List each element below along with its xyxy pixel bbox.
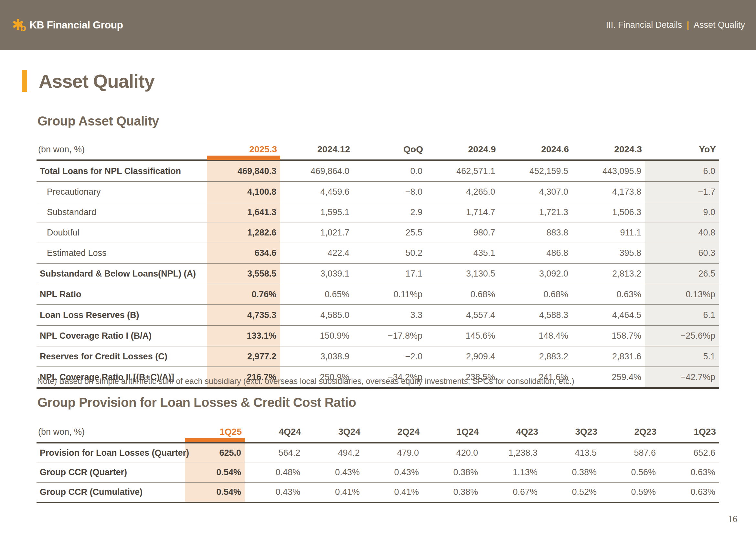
cell-value: 0.52% [541,482,601,503]
table-row: Group CCR (Cumulative)0.54%0.43%0.41%0.4… [37,482,719,503]
cell-value: 452,159.5 [499,160,572,182]
logo-text: KB Financial Group [29,19,123,31]
cell-value: 0.56% [601,463,660,483]
cell-value: 0.11%p [353,284,426,305]
cell-value: 0.38% [423,482,482,503]
cell-value: 0.63% [572,284,645,305]
cell-value: −8.0 [353,182,426,202]
column-header-2024.3: 2024.3 [572,141,645,160]
cell-value: 50.2 [353,243,426,264]
footnote: Note) Based on simple arithmetic sum of … [37,377,574,386]
cell-value: 625.0 [185,443,245,463]
cell-value: 2,813.2 [572,263,645,284]
cell-value: 4,173.8 [572,182,645,202]
cell-value: 259.4% [572,367,645,388]
cell-value: 0.54% [185,463,245,483]
cell-value: 479.0 [364,443,423,463]
cell-value: 462,571.1 [426,160,499,182]
cell-value: 0.48% [245,463,304,483]
cell-value: 3,038.9 [280,346,353,367]
breadcrumb-section: III. Financial Details [606,20,682,30]
cell-value: −1.7 [645,182,719,202]
cell-value: 60.3 [645,243,719,264]
column-header-yoy: YoY [645,141,719,160]
table-row: Precautionary4,100.84,459.6−8.04,265.04,… [37,182,719,202]
cell-value: 2,977.2 [207,346,280,367]
row-label: Group CCR (Cumulative) [37,482,185,503]
column-header-1q23: 1Q23 [660,424,719,443]
column-header-3q24: 3Q24 [304,424,364,443]
cell-value: 2,909.4 [426,346,499,367]
row-label: Provision for Loan Losses (Quarter) [37,443,185,463]
cell-value: 2.9 [353,202,426,223]
cell-value: 6.0 [645,160,719,182]
unit-label: (bn won, %) [37,424,185,443]
title-block: Asset Quality [22,70,154,92]
table-row: Doubtful1,282.61,021.725.5980.7883.8911.… [37,223,719,243]
cell-value: 1,021.7 [280,223,353,243]
column-header-row: (bn won, %)2025.32024.12QoQ2024.92024.62… [37,141,719,160]
column-header-3q23: 3Q23 [541,424,601,443]
page-title: Asset Quality [39,70,154,92]
cell-value: 587.6 [601,443,660,463]
cell-value: 4,735.3 [207,305,280,325]
cell-value: 443,095.9 [572,160,645,182]
cell-value: 469,840.3 [207,160,280,182]
cell-value: −25.6%p [645,325,719,346]
cell-value: 634.6 [207,243,280,264]
column-header-row: (bn won, %)1Q254Q243Q242Q241Q244Q233Q232… [37,424,719,443]
cell-value: 0.43% [304,463,364,483]
row-label: NPL Ratio [37,284,207,305]
cell-value: 3,092.0 [499,263,572,284]
row-label: Estimated Loss [37,243,207,264]
cell-value: 40.8 [645,223,719,243]
column-header-2q23: 2Q23 [601,424,660,443]
cell-value: 0.38% [423,463,482,483]
cell-value: 413.5 [541,443,601,463]
cell-value: −2.0 [353,346,426,367]
cell-value: 469,864.0 [280,160,353,182]
cell-value: 4,588.3 [499,305,572,325]
breadcrumb-separator: | [687,20,689,30]
cell-value: 4,557.4 [426,305,499,325]
section-title-asset-quality: Group Asset Quality [38,114,159,128]
cell-value: 17.1 [353,263,426,284]
column-header-4q23: 4Q23 [482,424,541,443]
cell-value: 3.3 [353,305,426,325]
unit-label: (bn won, %) [37,141,207,160]
cell-value: 0.38% [541,463,601,483]
cell-value: 1,595.1 [280,202,353,223]
cell-value: 0.43% [364,463,423,483]
kb-star-icon: ✱ [12,17,24,32]
cell-value: 4,464.5 [572,305,645,325]
cell-value: 0.43% [245,482,304,503]
cell-value: 4,459.6 [280,182,353,202]
row-label: Doubtful [37,223,207,243]
cell-value: 564.2 [245,443,304,463]
cell-value: 2,883.2 [499,346,572,367]
cell-value: 2,831.6 [572,346,645,367]
cell-value: 883.8 [499,223,572,243]
cell-value: 0.65% [280,284,353,305]
row-label: NPL Coverage Ratio I (B/A) [37,325,207,346]
row-label: Reserves for Credit Losses (C) [37,346,207,367]
header-bar: ✱b KB Financial Group III. Financial Det… [0,0,756,50]
column-header-2q24: 2Q24 [364,424,423,443]
table-row: Group CCR (Quarter)0.54%0.48%0.43%0.43%0… [37,463,719,483]
column-header-2024.6: 2024.6 [499,141,572,160]
cell-value: 422.4 [280,243,353,264]
cell-value: 0.76% [207,284,280,305]
cell-value: −42.7%p [645,367,719,388]
cell-value: 0.41% [304,482,364,503]
kb-logo: ✱b KB Financial Group [12,17,123,33]
column-header-2024.9: 2024.9 [426,141,499,160]
cell-value: 148.4% [499,325,572,346]
cell-value: 9.0 [645,202,719,223]
slide: ✱b KB Financial Group III. Financial Det… [0,0,756,535]
cell-value: 0.63% [660,482,719,503]
cell-value: 0.0 [353,160,426,182]
cell-value: 435.1 [426,243,499,264]
table-row: Substandard & Below Loans(NPL) (A)3,558.… [37,263,719,284]
cell-value: 395.8 [572,243,645,264]
group-asset-quality-table: (bn won, %)2025.32024.12QoQ2024.92024.62… [37,141,719,389]
